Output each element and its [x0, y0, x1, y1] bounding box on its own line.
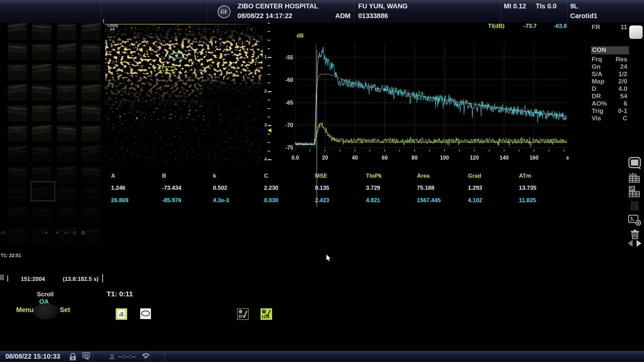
- clip-thumbnail[interactable]: [32, 84, 51, 101]
- clip-thumbnail[interactable]: [32, 207, 51, 224]
- clip-thumbnail[interactable]: [82, 125, 101, 142]
- x-axis-unit: s: [566, 155, 569, 161]
- cine-frame-bar[interactable]: 151:2004 (13.8:182.5 s): [0, 274, 105, 283]
- clip-thumbnail[interactable]: [32, 23, 51, 40]
- report-chart-icon[interactable]: [629, 172, 641, 183]
- clip-thumbnail[interactable]: [57, 84, 76, 101]
- thumbnail-controls[interactable]: 41 ◄ ► ▭ ⊙ ▥: [1, 230, 86, 235]
- display-mode-icon[interactable]: [628, 157, 642, 170]
- param-value: 6: [624, 100, 627, 107]
- table-header-mse: MSE: [315, 173, 327, 179]
- ruler-number: 3: [264, 122, 267, 127]
- table-cell: 1.246: [111, 185, 125, 191]
- clip-thumbnail[interactable]: [8, 23, 27, 40]
- clip-thumbnail[interactable]: [57, 166, 76, 183]
- ruler-tick: [268, 65, 270, 66]
- tic-analysis-button[interactable]: [237, 308, 249, 320]
- table-header-atm: ATm: [519, 173, 531, 179]
- worksheet-icon[interactable]: [629, 186, 641, 198]
- mi-value: MI 0.12: [504, 2, 526, 10]
- param-value: 54: [620, 93, 627, 100]
- table-header-ttopk: TtoPk: [366, 173, 382, 179]
- param-label: S/A: [592, 70, 602, 77]
- tic-table-button-active[interactable]: [261, 308, 272, 320]
- clip-thumbnail[interactable]: [8, 186, 27, 203]
- clipboard-thumbnails[interactable]: [0, 22, 104, 250]
- table-cell: 0.135: [315, 185, 329, 191]
- clip-thumbnail[interactable]: [8, 84, 27, 101]
- ruler-tick: [268, 100, 270, 100]
- clip-thumbnail[interactable]: [57, 186, 76, 203]
- report-page-icon[interactable]: [630, 200, 640, 211]
- curve-green-roi: [295, 122, 567, 147]
- timer-t1-label: T1: 22:51: [1, 253, 21, 258]
- param-row-frq: FrqRes: [592, 56, 627, 63]
- clip-thumbnail[interactable]: [82, 23, 101, 40]
- set-label[interactable]: Set: [60, 306, 70, 314]
- page-left-icon[interactable]: [628, 240, 633, 247]
- focus-marker-icon: [268, 128, 271, 132]
- delete-icon[interactable]: ▥: [81, 230, 86, 235]
- table-cell: 3.729: [366, 185, 380, 191]
- clip-thumbnail[interactable]: [82, 145, 101, 162]
- clip-thumbnail[interactable]: [82, 207, 101, 224]
- ellipse-roi-button[interactable]: [140, 308, 151, 319]
- clip-thumbnail[interactable]: [82, 105, 101, 121]
- clip-thumbnail[interactable]: [8, 105, 27, 121]
- hospital-name: ZIBO CENTER HOSPITAL: [237, 2, 318, 10]
- next-page-icon[interactable]: ►: [55, 230, 60, 235]
- delete-trash-icon[interactable]: [630, 229, 640, 239]
- table-header-a: A: [111, 173, 115, 179]
- clip-thumbnail[interactable]: [57, 145, 76, 162]
- clip-thumbnail[interactable]: [82, 84, 101, 101]
- trace-button[interactable]: [116, 308, 127, 320]
- clip-thumbnail[interactable]: [8, 125, 27, 142]
- clip-thumbnail[interactable]: [8, 166, 27, 183]
- scroll-label: Scroll: [37, 291, 54, 298]
- clip-thumbnail[interactable]: [57, 23, 76, 40]
- mouse-cursor: [326, 254, 333, 263]
- clip-thumbnail[interactable]: [82, 166, 101, 183]
- clip-thumbnail[interactable]: [8, 64, 27, 80]
- prev-page-icon[interactable]: ◄: [44, 230, 49, 235]
- param-label: DR: [592, 93, 601, 100]
- clip-thumbnail[interactable]: [32, 43, 51, 60]
- ultrasound-image[interactable]: LOGIQ E9: [105, 23, 263, 177]
- time-range: (13.8:182.5 s): [63, 276, 99, 283]
- y-tick-label: -70: [285, 122, 293, 128]
- clip-thumbnail[interactable]: [82, 43, 101, 60]
- clip-thumbnail[interactable]: [57, 43, 76, 60]
- ruler-tick: [268, 82, 270, 83]
- menu-label[interactable]: Menu: [16, 306, 34, 314]
- tic-table-icon: [266, 310, 270, 316]
- clip-thumbnail[interactable]: [57, 64, 76, 80]
- lock-icon: A: [69, 353, 76, 361]
- clip-thumbnail[interactable]: [82, 186, 101, 203]
- clip-thumbnail[interactable]: [57, 207, 76, 224]
- clip-thumbnail[interactable]: [8, 43, 27, 60]
- x-tick-label: 80: [412, 155, 418, 161]
- param-row-trig: Trig0-1: [592, 107, 627, 115]
- param-value: 24: [620, 63, 627, 70]
- clip-thumbnail[interactable]: [32, 105, 51, 121]
- clip-thumbnail[interactable]: [32, 145, 51, 162]
- user-presence-icon: [109, 354, 115, 360]
- clip-thumbnail[interactable]: [57, 125, 76, 142]
- clip-thumbnail[interactable]: [32, 166, 51, 183]
- clip-thumbnail[interactable]: [32, 125, 51, 142]
- patient-name: FU YUN, WANG: [358, 2, 408, 10]
- clip-thumbnail[interactable]: [8, 207, 27, 224]
- thumbnail-count: 41: [1, 230, 5, 235]
- clip-thumbnail[interactable]: [82, 64, 101, 80]
- page-right-icon[interactable]: [637, 240, 641, 247]
- table-cell: 4.3e-3: [213, 197, 229, 204]
- preview-icon[interactable]: ▭: [64, 230, 69, 235]
- ge-logo-icon: GE: [218, 5, 230, 18]
- ruler-tick: [268, 91, 271, 92]
- clip-thumbnail[interactable]: [32, 64, 51, 80]
- clip-thumbnail[interactable]: [8, 145, 27, 162]
- ruler-tick: [268, 151, 270, 152]
- save-image-icon[interactable]: [628, 214, 642, 227]
- target-icon[interactable]: ⊙: [73, 230, 77, 235]
- clip-thumbnail[interactable]: [57, 105, 76, 121]
